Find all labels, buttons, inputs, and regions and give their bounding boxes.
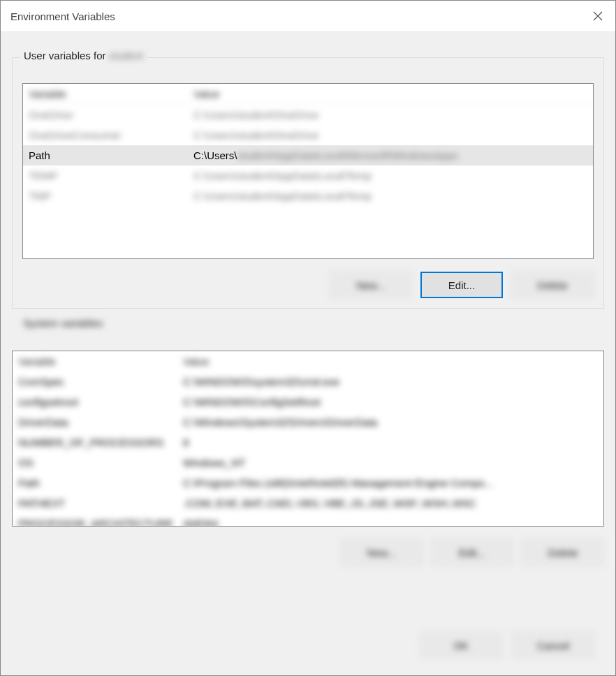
list-item[interactable]: OneDriveConsumer C:\Users\student\OneDri… (23, 125, 593, 145)
list-header: Variable Value (13, 351, 603, 372)
var-name: OneDrive (23, 105, 191, 125)
list-item[interactable]: PROCESSOR_ARCHITECTURE AMD64 (13, 513, 603, 527)
var-value: 8 (180, 432, 603, 453)
list-header: Variable Value (23, 84, 593, 105)
var-value: AMD64 (180, 513, 603, 527)
new-button[interactable]: New... (340, 539, 423, 566)
list-item[interactable]: PATHEXT .COM;.EXE;.BAT;.CMD;.VBS;.VBE;.J… (13, 493, 603, 513)
system-buttons: New... Edit... Delete (12, 527, 604, 566)
user-variables-username: student (109, 50, 143, 61)
path-rest: student\AppData\Local\Microsoft\WindowsA… (237, 149, 458, 161)
env-vars-window: Environment Variables User variables for… (0, 0, 616, 676)
list-item-path[interactable]: Path C:\Users\student\AppData\Local\Micr… (23, 145, 593, 166)
list-item[interactable]: NUMBER_OF_PROCESSORS 8 (13, 432, 603, 453)
ok-button[interactable]: OK (420, 632, 502, 659)
new-button[interactable]: New... (330, 272, 412, 298)
var-value: .COM;.EXE;.BAT;.CMD;.VBS;.VBE;.JS;.JSE;.… (180, 493, 603, 513)
user-variables-legend-text: User variables for (24, 50, 109, 61)
user-variables-list[interactable]: Variable Value OneDrive C:\Users\student… (22, 83, 594, 259)
list-item[interactable]: OS Windows_NT (13, 453, 603, 473)
path-prefix: C:\Users\ (193, 149, 237, 161)
var-value: C:\Users\student\AppData\Local\Temp (191, 166, 593, 186)
var-name: TEMP (23, 166, 191, 186)
delete-button[interactable]: Delete (511, 272, 594, 298)
edit-button[interactable]: Edit... (431, 539, 513, 566)
var-name: PROCESSOR_ARCHITECTURE (13, 513, 180, 527)
header-variable: Variable (13, 351, 180, 372)
header-variable: Variable (23, 84, 191, 104)
user-variables-legend: User variables for student (20, 50, 147, 61)
edit-button[interactable]: Edit... (420, 272, 503, 298)
close-icon[interactable] (580, 1, 615, 31)
header-value: Value (180, 351, 603, 372)
system-variables-group: System variables Variable Value ComSpec … (12, 325, 604, 575)
dialog-buttons: OK Cancel (420, 632, 594, 659)
titlebar: Environment Variables (1, 1, 615, 32)
header-value: Value (191, 84, 593, 104)
var-value: C:\Users\student\OneDrive (191, 105, 593, 125)
var-name: TMP (23, 186, 191, 206)
var-name: OS (13, 453, 180, 473)
var-name: configsetroot (13, 392, 180, 412)
delete-button[interactable]: Delete (522, 539, 604, 566)
var-value: C:\Program Files (x86)\Intel\Intel(R) Ma… (180, 473, 603, 493)
list-item[interactable]: TEMP C:\Users\student\AppData\Local\Temp (23, 166, 593, 186)
var-name: Path (23, 145, 191, 166)
var-value: Windows_NT (180, 453, 603, 473)
var-value: C:\Users\student\AppData\Local\Temp (191, 186, 593, 206)
var-name: Path (13, 473, 180, 493)
var-name: PATHEXT (13, 493, 180, 513)
list-item[interactable]: OneDrive C:\Users\student\OneDrive (23, 105, 593, 125)
list-item[interactable]: DriverData C:\Windows\System32\Drivers\D… (13, 412, 603, 432)
list-item[interactable]: Path C:\Program Files (x86)\Intel\Intel(… (13, 473, 603, 493)
user-variables-group: User variables for student Variable Valu… (12, 57, 604, 309)
var-value: C:\Windows\System32\Drivers\DriverData (180, 412, 603, 432)
window-title: Environment Variables (1, 10, 580, 22)
list-item[interactable]: TMP C:\Users\student\AppData\Local\Temp (23, 186, 593, 206)
var-value: C:\WINDOWS\system32\cmd.exe (180, 372, 603, 392)
client-area: User variables for student Variable Valu… (1, 32, 615, 675)
user-buttons: New... Edit... Delete (22, 259, 594, 298)
var-value: C:\WINDOWS\ConfigSetRoot (180, 392, 603, 412)
cancel-button[interactable]: Cancel (512, 632, 594, 659)
var-value: C:\Users\student\AppData\Local\Microsoft… (191, 145, 593, 166)
list-item[interactable]: configsetroot C:\WINDOWS\ConfigSetRoot (13, 392, 603, 412)
system-variables-list[interactable]: Variable Value ComSpec C:\WINDOWS\system… (12, 351, 604, 527)
var-name: NUMBER_OF_PROCESSORS (13, 432, 180, 453)
system-variables-legend: System variables (19, 317, 107, 329)
list-item[interactable]: ComSpec C:\WINDOWS\system32\cmd.exe (13, 372, 603, 392)
var-name: ComSpec (13, 372, 180, 392)
var-name: DriverData (13, 412, 180, 432)
var-name: OneDriveConsumer (23, 125, 191, 145)
var-value: C:\Users\student\OneDrive (191, 125, 593, 145)
